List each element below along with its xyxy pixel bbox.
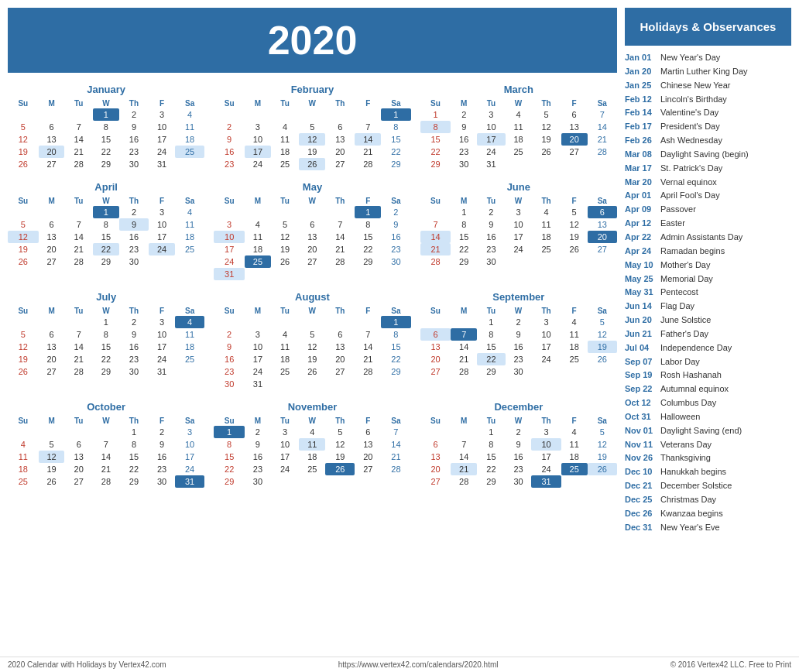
list-item: Feb 17President's Day <box>625 121 791 132</box>
holiday-date: May 10 <box>625 259 656 271</box>
list-item: Sep 22Autumnal equinox <box>625 383 791 395</box>
holiday-date: Dec 26 <box>625 508 656 519</box>
year-header: 2020 <box>8 8 617 73</box>
holiday-name: Autumnal equinox <box>660 383 729 395</box>
holiday-date: Dec 21 <box>625 480 656 492</box>
holiday-name: Daylight Saving (end) <box>660 425 742 437</box>
holiday-name: Passover <box>660 204 696 215</box>
list-item: May 10Mother's Day <box>625 259 791 271</box>
list-item: Feb 14Valentine's Day <box>625 107 791 118</box>
list-item: Oct 12Columbus Day <box>625 397 791 409</box>
holiday-name: Ash Wednesday <box>660 135 722 146</box>
holiday-date: Sep 19 <box>625 369 656 381</box>
footer-left: 2020 Calendar with Holidays by Vertex42.… <box>8 660 166 669</box>
month-name-may: May <box>214 181 410 193</box>
holiday-date: Feb 14 <box>625 107 656 118</box>
list-item: Apr 01April Fool's Day <box>625 190 791 201</box>
month-name-march: March <box>420 84 617 95</box>
list-item: Oct 31Halloween <box>625 411 791 423</box>
holiday-date: Jan 25 <box>625 80 656 91</box>
month-may: May SuMTuWThFSa 12 3456789 1011121314151… <box>214 181 410 280</box>
month-name-december: December <box>420 401 617 413</box>
month-january: January Su M Tu W Th F Sa <box>8 84 204 170</box>
sidebar-header: Holidays & Observances <box>625 8 791 46</box>
holiday-date: Apr 22 <box>625 231 656 243</box>
holiday-date: Nov 11 <box>625 439 656 451</box>
holiday-date: Nov 26 <box>625 452 656 464</box>
month-table-january: Su M Tu W Th F Sa 1 2 3 <box>8 98 204 170</box>
footer-center: https://www.vertex42.com/calendars/2020.… <box>338 660 499 669</box>
holiday-date: Jun 14 <box>625 300 656 312</box>
month-table-october: SuMTuWThFSa 123 45678910 11121314151617 … <box>8 416 204 488</box>
holiday-name: President's Day <box>660 121 720 132</box>
list-item: Dec 10Hanukkah begins <box>625 466 791 478</box>
holiday-name: Valentine's Day <box>660 107 718 118</box>
holiday-name: Rosh Hashanah <box>660 369 722 381</box>
holiday-date: Jun 21 <box>625 328 656 340</box>
month-july: July SuMTuWThFSa 1234 567891011 12131415… <box>8 291 204 390</box>
month-november: November SuMTuWThFSa 1234567 89101112131… <box>214 401 410 488</box>
holiday-name: Admin Assistants Day <box>660 231 742 243</box>
list-item: Jul 04Independence Day <box>625 342 791 354</box>
holiday-list: Jan 01New Year's DayJan 20Martin Luther … <box>625 52 791 533</box>
holiday-name: Daylight Saving (begin) <box>660 149 749 160</box>
list-item: Sep 07Labor Day <box>625 356 791 368</box>
month-table-april: SuMTuWThFSa 1234 567891011 1213141516171… <box>8 196 204 268</box>
holiday-name: Father's Day <box>660 328 708 340</box>
th-m: M <box>39 98 65 108</box>
holiday-date: Feb 17 <box>625 121 656 132</box>
list-item: Jun 14Flag Day <box>625 300 791 312</box>
holiday-name: St. Patrick's Day <box>660 163 722 174</box>
month-february: February SuMTuWThFSa 1 2345678 910111213… <box>214 84 410 170</box>
holiday-name: Kwanzaa begins <box>660 508 723 519</box>
holiday-name: December Solstice <box>660 480 732 492</box>
footer-right: © 2016 Vertex42 LLC. Free to Print <box>670 660 791 669</box>
list-item: Jan 01New Year's Day <box>625 52 791 63</box>
month-name-october: October <box>8 401 204 413</box>
holiday-date: Apr 12 <box>625 218 656 229</box>
list-item: Mar 17St. Patrick's Day <box>625 163 791 174</box>
list-item: Apr 09Passover <box>625 204 791 215</box>
holiday-date: Jan 01 <box>625 52 656 63</box>
holiday-date: May 31 <box>625 286 656 298</box>
holiday-name: Christmas Day <box>660 494 716 506</box>
holiday-name: Columbus Day <box>660 397 716 409</box>
holiday-date: Mar 08 <box>625 149 656 160</box>
year-title: 2020 <box>268 18 358 63</box>
holiday-name: April Fool's Day <box>660 190 720 201</box>
sidebar-title: Holidays & Observances <box>640 20 777 33</box>
month-name-january: January <box>8 84 204 95</box>
month-march: March SuMTuWThFSa 1234567 891011121314 1… <box>420 84 617 170</box>
holiday-name: Thanksgiving <box>660 452 711 464</box>
month-table-november: SuMTuWThFSa 1234567 891011121314 1516171… <box>214 416 410 488</box>
list-item: Feb 12Lincoln's Birthday <box>625 94 791 105</box>
month-table-september: SuMTuWThFSa 12345 6789101112 13141516171… <box>420 306 617 378</box>
list-item: May 31Pentecost <box>625 286 791 298</box>
holiday-date: Jan 20 <box>625 66 656 77</box>
holiday-name: June Solstice <box>660 314 711 326</box>
holiday-date: Apr 24 <box>625 245 656 257</box>
holiday-date: Oct 12 <box>625 397 656 409</box>
holiday-name: Lincoln's Birthday <box>660 94 727 105</box>
list-item: May 25Memorial Day <box>625 273 791 285</box>
list-item: Dec 25Christmas Day <box>625 494 791 506</box>
holiday-name: Independence Day <box>660 342 732 354</box>
holiday-name: Flag Day <box>660 300 694 312</box>
month-table-december: SuMTuWThFSa 12345 6789101112 13141516171… <box>420 416 617 488</box>
list-item: Apr 24Ramadan begins <box>625 245 791 257</box>
holiday-date: Jul 04 <box>625 342 656 354</box>
holiday-date: Apr 01 <box>625 190 656 201</box>
month-table-february: SuMTuWThFSa 1 2345678 9101112131415 1617… <box>214 98 410 170</box>
holiday-name: Hanukkah begins <box>660 466 726 478</box>
month-august: August SuMTuWThFSa 1 2345678 91011121314… <box>214 291 410 390</box>
holiday-date: Dec 25 <box>625 494 656 506</box>
list-item: Jun 20June Solstice <box>625 314 791 326</box>
holiday-date: Feb 26 <box>625 135 656 146</box>
holiday-name: New Year's Eve <box>660 522 720 533</box>
month-june: June SuMTuWThFSa 123456 78910111213 1415… <box>420 181 617 280</box>
holiday-name: New Year's Day <box>660 52 720 63</box>
months-grid: January Su M Tu W Th F Sa <box>8 84 617 488</box>
th-tu: Tu <box>64 98 93 108</box>
th-sa: Sa <box>175 98 204 108</box>
month-october: October SuMTuWThFSa 123 45678910 1112131… <box>8 401 204 488</box>
